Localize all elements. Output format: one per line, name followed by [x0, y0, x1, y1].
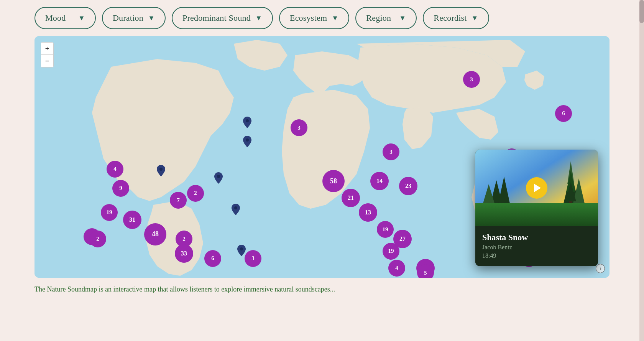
pin-marker-p6[interactable] [237, 245, 246, 258]
svg-point-3 [159, 168, 163, 171]
cluster-marker-c23[interactable]: 33 [175, 244, 193, 263]
cluster-marker-c3[interactable]: 3 [291, 119, 307, 136]
cluster-label-c12: 13 [359, 203, 377, 222]
chevron-down-icon: ▼ [148, 14, 155, 22]
zoom-in-button[interactable]: + [41, 43, 53, 55]
pin-shape-p6 [237, 245, 246, 258]
cluster-label-c3: 3 [291, 119, 307, 136]
cluster-marker-c14[interactable]: 31 [123, 211, 141, 229]
cluster-label-c17: 7 [170, 192, 187, 209]
filter-ecosystem-label: Ecosystem [290, 13, 327, 23]
chevron-down-icon: ▼ [472, 14, 478, 22]
svg-point-2 [246, 138, 249, 142]
cluster-marker-c25[interactable]: 3 [245, 250, 261, 267]
filter-ecosystem-button[interactable]: Ecosystem▼ [279, 7, 349, 29]
pin-shape-p3 [157, 165, 165, 178]
zoom-controls: + − [41, 42, 54, 68]
cluster-marker-c15[interactable]: 48 [144, 223, 166, 245]
svg-point-4 [217, 175, 220, 178]
location-pin-icon [232, 204, 240, 215]
cluster-marker-c13[interactable]: 19 [101, 204, 118, 221]
pin-marker-p1[interactable] [243, 117, 251, 130]
filter-duration-button[interactable]: Duration▼ [102, 7, 166, 29]
location-pin-icon [243, 117, 251, 128]
cluster-marker-c1[interactable]: 3 [463, 71, 480, 88]
pin-shape-p4 [214, 172, 223, 185]
pin-shape-p2 [243, 136, 251, 149]
filter-predominant-sound-button[interactable]: Predominant Sound▼ [172, 7, 273, 29]
info-icon-button[interactable]: i [596, 264, 605, 273]
svg-point-5 [234, 206, 237, 209]
filter-duration-label: Duration [113, 13, 143, 23]
location-pin-icon [243, 136, 251, 147]
cluster-label-c1: 3 [463, 71, 480, 88]
cluster-marker-c31[interactable]: 5 [417, 264, 434, 278]
pin-shape-p1 [243, 117, 251, 130]
cluster-label-c19: 19 [377, 221, 394, 238]
cluster-marker-c11[interactable]: 21 [342, 189, 360, 207]
svg-point-1 [246, 119, 249, 122]
svg-rect-9 [475, 203, 598, 226]
cluster-label-c6: 9 [112, 180, 129, 197]
cluster-label-c31: 5 [417, 264, 434, 278]
cluster-label-c2: 6 [555, 105, 572, 122]
cluster-marker-c19[interactable]: 19 [377, 221, 394, 238]
pin-marker-p2[interactable] [243, 136, 251, 149]
map-container: + − 363349581422232113193148272192762336… [34, 36, 610, 278]
chevron-down-icon: ▼ [255, 14, 262, 22]
cluster-marker-c22[interactable]: 2 [89, 231, 106, 247]
filter-mood-button[interactable]: Mood▼ [34, 7, 96, 29]
cluster-label-c18: 2 [187, 185, 204, 202]
location-pin-icon [214, 172, 223, 184]
cluster-label-c22: 2 [89, 231, 106, 247]
cluster-label-c28: 19 [383, 243, 399, 260]
filter-predominant-sound-label: Predominant Sound [182, 13, 251, 23]
cluster-marker-c24[interactable]: 6 [204, 250, 221, 267]
info-card: Shasta Snow Jacob Bentz 18:49 [475, 150, 598, 266]
filter-bar: Mood▼Duration▼Predominant Sound▼Ecosyste… [0, 0, 644, 36]
cluster-marker-c12[interactable]: 13 [359, 203, 377, 222]
scrollbar-thumb[interactable] [639, 0, 644, 23]
cluster-label-c24: 6 [204, 250, 221, 267]
cluster-marker-c6[interactable]: 9 [112, 180, 129, 197]
cluster-label-c8: 14 [370, 172, 389, 190]
cluster-label-c13: 19 [101, 204, 118, 221]
chevron-down-icon: ▼ [78, 14, 85, 22]
cluster-marker-c18[interactable]: 2 [187, 185, 204, 202]
pin-marker-p5[interactable] [232, 204, 240, 217]
filter-mood-label: Mood [45, 13, 66, 23]
cluster-marker-c10[interactable]: 23 [399, 177, 417, 195]
svg-point-6 [240, 247, 243, 250]
cluster-marker-c17[interactable]: 7 [170, 192, 187, 209]
chevron-down-icon: ▼ [399, 14, 406, 22]
cluster-marker-c28[interactable]: 19 [383, 243, 399, 260]
cluster-label-c27: 4 [388, 260, 405, 277]
cluster-marker-c5[interactable]: 4 [107, 161, 123, 178]
filter-recordist-button[interactable]: Recordist▼ [423, 7, 489, 29]
info-card-image [475, 150, 598, 226]
info-card-content: Shasta Snow Jacob Bentz 18:49 [475, 226, 598, 266]
cluster-marker-c27[interactable]: 4 [388, 260, 405, 277]
filter-recordist-label: Recordist [434, 13, 467, 23]
play-icon [534, 184, 541, 192]
cluster-label-c15: 48 [144, 223, 166, 245]
cluster-label-c5: 4 [107, 161, 123, 178]
filter-region-label: Region [366, 13, 391, 23]
zoom-out-button[interactable]: − [41, 55, 53, 67]
location-pin-icon [237, 245, 246, 256]
location-pin-icon [157, 165, 165, 176]
bottom-description: The Nature Soundmap is an interactive ma… [0, 278, 644, 293]
pin-marker-p4[interactable] [214, 172, 223, 185]
info-card-title: Shasta Snow [482, 232, 591, 242]
cluster-marker-c2[interactable]: 6 [555, 105, 572, 122]
cluster-marker-c8[interactable]: 14 [370, 172, 389, 190]
chevron-down-icon: ▼ [332, 14, 338, 22]
scrollbar[interactable] [639, 0, 644, 341]
play-button[interactable] [526, 177, 547, 199]
cluster-label-c10: 23 [399, 177, 417, 195]
info-card-author: Jacob Bentz [482, 244, 591, 251]
filter-region-button[interactable]: Region▼ [355, 7, 417, 29]
cluster-label-c4: 3 [383, 143, 399, 160]
pin-marker-p3[interactable] [157, 165, 165, 178]
cluster-marker-c4[interactable]: 3 [383, 143, 399, 160]
